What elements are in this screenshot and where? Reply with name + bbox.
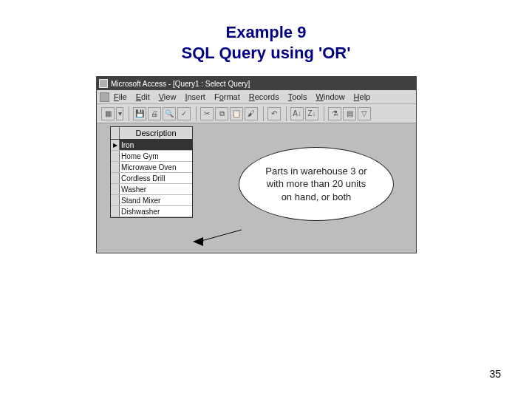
callout-bubble: Parts in warehouse 3 or with more than 2… bbox=[239, 147, 394, 221]
filter-selection-button[interactable]: ⚗ bbox=[328, 107, 341, 120]
filter-form-button[interactable]: ▤ bbox=[343, 107, 356, 120]
callout-line3: on hand, or both bbox=[282, 191, 352, 204]
table-row[interactable]: Washer bbox=[111, 184, 192, 195]
slide-title: Example 9 SQL Query using 'OR' bbox=[0, 22, 532, 63]
table-row[interactable]: Microwave Oven bbox=[111, 162, 192, 173]
row-selector[interactable] bbox=[111, 184, 120, 194]
workspace: Description ▶ Iron Home Gym Microwave Ov… bbox=[97, 123, 416, 253]
callout-line1: Parts in warehouse 3 or bbox=[265, 165, 366, 178]
menu-insert[interactable]: Insert bbox=[185, 92, 205, 101]
callout-line2: with more than 20 units bbox=[267, 177, 366, 191]
menu-records[interactable]: Records bbox=[249, 92, 279, 101]
menu-format[interactable]: Format bbox=[214, 92, 240, 101]
row-selector[interactable] bbox=[111, 195, 120, 205]
print-button[interactable]: 🖨 bbox=[148, 107, 161, 120]
undo-button[interactable]: ↶ bbox=[267, 107, 281, 120]
cell[interactable]: Microwave Oven bbox=[120, 162, 192, 172]
row-selector[interactable] bbox=[111, 206, 120, 216]
svg-marker-1 bbox=[193, 237, 203, 246]
table-row[interactable]: Home Gym bbox=[111, 151, 192, 162]
window-titlebar: Microsoft Access - [Query1 : Select Quer… bbox=[97, 77, 416, 90]
menu-tools[interactable]: Tools bbox=[288, 92, 307, 101]
access-screenshot: Microsoft Access - [Query1 : Select Quer… bbox=[96, 76, 417, 253]
apply-filter-button[interactable]: ▽ bbox=[358, 107, 371, 120]
spell-button[interactable]: ✓ bbox=[177, 107, 191, 120]
callout-arrow bbox=[193, 227, 242, 256]
datasheet: Description ▶ Iron Home Gym Microwave Ov… bbox=[110, 126, 193, 218]
title-line2: SQL Query using 'OR' bbox=[0, 43, 532, 64]
cell[interactable]: Washer bbox=[120, 184, 192, 194]
format-painter-button[interactable]: 🖌 bbox=[245, 107, 258, 120]
column-header[interactable]: Description bbox=[111, 127, 192, 140]
cell[interactable]: Iron bbox=[120, 140, 192, 150]
page-number: 35 bbox=[489, 368, 501, 380]
sort-asc-button[interactable]: A↓ bbox=[290, 107, 304, 120]
menu-file[interactable]: File bbox=[114, 92, 127, 101]
callout: Parts in warehouse 3 or with more than 2… bbox=[239, 147, 394, 221]
table-row[interactable]: Dishwasher bbox=[111, 206, 192, 217]
menu-view[interactable]: View bbox=[159, 92, 177, 101]
view-button[interactable]: ▦ bbox=[101, 107, 115, 120]
title-line1: Example 9 bbox=[0, 22, 532, 43]
row-selector[interactable] bbox=[111, 151, 120, 161]
toolbar: ▦ ▾ 💾 🖨 🔍 ✓ ✂ ⧉ 📋 🖌 ↶ A↓ Z↓ ⚗ ▤ ▽ bbox=[97, 104, 416, 123]
table-row[interactable]: ▶ Iron bbox=[111, 140, 192, 151]
row-selector[interactable] bbox=[111, 162, 120, 172]
select-all-box[interactable] bbox=[111, 127, 120, 139]
copy-button[interactable]: ⧉ bbox=[215, 107, 228, 120]
cell[interactable]: Dishwasher bbox=[120, 206, 192, 216]
table-row[interactable]: Stand Mixer bbox=[111, 195, 192, 206]
sort-desc-button[interactable]: Z↓ bbox=[305, 107, 318, 120]
app-icon bbox=[99, 79, 108, 88]
menu-help[interactable]: Help bbox=[354, 92, 371, 101]
cell[interactable]: Cordless Drill bbox=[120, 173, 192, 183]
cut-button[interactable]: ✂ bbox=[200, 107, 214, 120]
cell[interactable]: Stand Mixer bbox=[120, 195, 192, 205]
menu-edit[interactable]: Edit bbox=[136, 92, 150, 101]
print-preview-button[interactable]: 🔍 bbox=[163, 107, 176, 120]
menubar: File Edit View Insert Format Records Too… bbox=[97, 90, 416, 104]
row-selector[interactable] bbox=[111, 173, 120, 183]
mdi-icon bbox=[100, 92, 109, 102]
row-selector-current[interactable]: ▶ bbox=[111, 140, 120, 150]
table-row[interactable]: Cordless Drill bbox=[111, 173, 192, 184]
cell[interactable]: Home Gym bbox=[120, 151, 192, 161]
save-button[interactable]: 💾 bbox=[133, 107, 146, 120]
column-header-label: Description bbox=[120, 129, 192, 137]
window-title: Microsoft Access - [Query1 : Select Quer… bbox=[111, 80, 250, 88]
paste-button[interactable]: 📋 bbox=[230, 107, 243, 120]
svg-line-0 bbox=[199, 230, 242, 242]
view-dropdown[interactable]: ▾ bbox=[116, 107, 123, 120]
menu-window[interactable]: Window bbox=[316, 92, 344, 101]
